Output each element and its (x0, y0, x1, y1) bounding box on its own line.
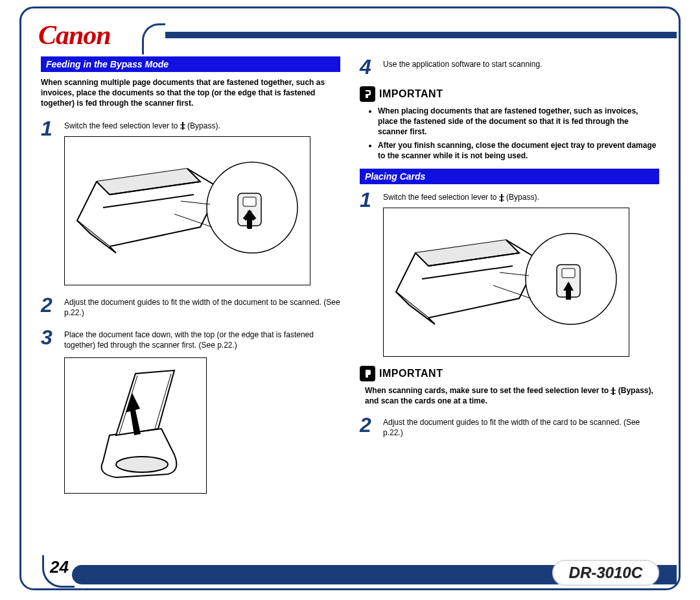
page-footer: 24 DR-3010C (21, 557, 679, 588)
header-divider (158, 32, 677, 38)
important-icon (360, 366, 375, 381)
bypass-icon (180, 122, 185, 130)
page-content: Feeding in the Bypass Mode When scanning… (41, 56, 659, 549)
brand-logo: Canon (21, 19, 122, 51)
important-header: IMPORTANT (360, 86, 659, 102)
bypass-step-2: 2 Adjust the document guides to fit the … (41, 294, 340, 318)
header-curve (142, 23, 165, 54)
page-number: 24 (47, 557, 71, 577)
diagram-lever (64, 136, 310, 285)
bypass-step-3: 3 Place the document face down, with the… (41, 327, 340, 493)
important-text-a: When scanning cards, make sure to set th… (365, 386, 611, 395)
important-text: When scanning cards, make sure to set th… (360, 385, 659, 406)
step-body: Use the application software to start sc… (383, 56, 659, 77)
right-column: 4 Use the application software to start … (360, 56, 659, 549)
step-suffix: (Bypass). (185, 121, 220, 130)
svg-rect-6 (243, 197, 256, 206)
step-number: 2 (360, 414, 374, 438)
step-body: Adjust the document guides to fit the wi… (383, 414, 659, 438)
page-frame: Canon Feeding in the Bypass Mode When sc… (19, 6, 681, 590)
section-header-bypass: Feeding in the Bypass Mode (41, 56, 340, 72)
important-label: IMPORTANT (379, 88, 443, 100)
step-body: Switch the feed selection lever to (Bypa… (64, 118, 340, 285)
important-block-1: IMPORTANT When placing documents that ar… (360, 86, 659, 161)
diagram-document-feed (64, 357, 207, 494)
step-suffix: (Bypass). (504, 193, 539, 202)
cards-step-2: 2 Adjust the document guides to fit the … (360, 414, 659, 438)
svg-point-10 (366, 92, 368, 93)
important-list: When placing documents that are fastened… (360, 106, 659, 161)
step-text: Switch the feed selection lever to (383, 193, 499, 202)
bypass-intro: When scanning multiple page documents th… (41, 77, 340, 109)
important-block-2: IMPORTANT When scanning cards, make sure… (360, 366, 659, 406)
step-text: Switch the feed selection lever to (64, 121, 180, 130)
step-text: Place the document face down, with the t… (64, 330, 314, 350)
step-number: 4 (360, 56, 374, 77)
svg-rect-17 (562, 269, 575, 278)
bypass-step-4: 4 Use the application software to start … (360, 56, 659, 77)
left-column: Feeding in the Bypass Mode When scanning… (41, 56, 340, 549)
brand-header: Canon (21, 21, 679, 49)
important-header: IMPORTANT (360, 366, 659, 381)
cards-step-1: 1 Switch the feed selection lever to (By… (360, 189, 659, 357)
important-bullet: When placing documents that are fastened… (378, 106, 659, 138)
step-body: Adjust the document guides to fit the wi… (64, 294, 340, 318)
step-body: Switch the feed selection lever to (Bypa… (383, 189, 659, 357)
model-badge: DR-3010C (552, 560, 659, 586)
bypass-icon (611, 387, 616, 395)
important-label: IMPORTANT (379, 368, 443, 379)
step-body: Place the document face down, with the t… (64, 327, 340, 493)
important-icon (360, 86, 375, 102)
step-number: 3 (41, 327, 55, 493)
step-number: 1 (360, 189, 374, 357)
bypass-step-1: 1 Switch the feed selection lever to (By… (41, 118, 340, 285)
important-bullet: After you finish scanning, close the doc… (378, 140, 659, 161)
step-number: 1 (41, 118, 55, 285)
svg-point-8 (116, 457, 168, 472)
bypass-icon (499, 194, 504, 202)
section-header-cards: Placing Cards (360, 169, 659, 184)
step-number: 2 (41, 294, 55, 318)
diagram-lever-cards (383, 208, 629, 357)
